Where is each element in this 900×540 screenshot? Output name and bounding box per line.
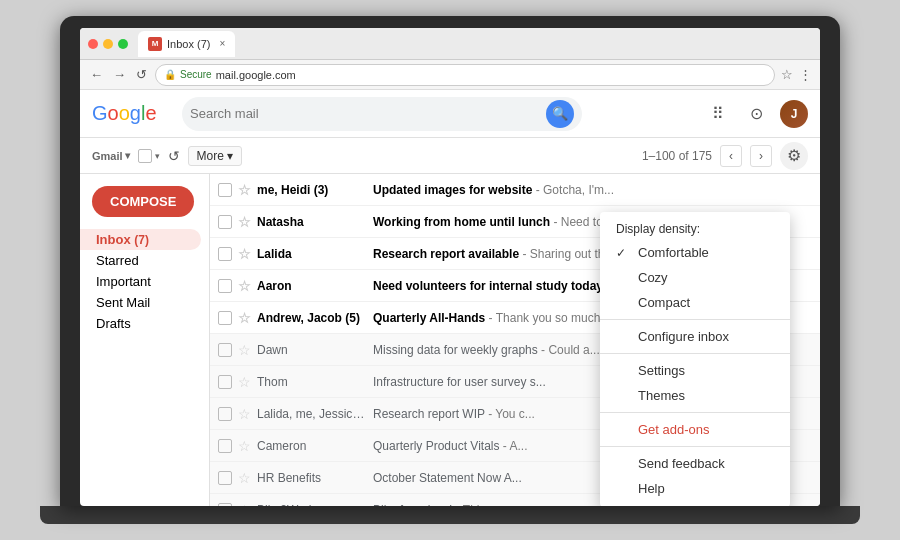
sidebar-item-starred[interactable]: Starred bbox=[80, 250, 201, 271]
email-sender: Cameron bbox=[257, 439, 367, 453]
settings-label: Settings bbox=[638, 363, 685, 378]
gmail-label-text: Gmail bbox=[92, 150, 123, 162]
email-checkbox[interactable] bbox=[218, 503, 232, 507]
star-icon[interactable]: ☆ bbox=[238, 182, 251, 198]
email-checkbox[interactable] bbox=[218, 279, 232, 293]
email-checkbox[interactable] bbox=[218, 375, 232, 389]
star-icon[interactable]: ☆ bbox=[238, 310, 251, 326]
laptop-base bbox=[40, 506, 860, 524]
email-checkbox[interactable] bbox=[218, 471, 232, 485]
get-addons-item[interactable]: Get add-ons bbox=[600, 417, 790, 442]
email-checkbox[interactable] bbox=[218, 439, 232, 453]
sidebar-item-important-label: Important bbox=[96, 274, 151, 289]
gmail-label-arrow[interactable]: ▾ bbox=[125, 150, 130, 161]
laptop-shell: M Inbox (7) × ← → ↺ 🔒 Secure mail.google… bbox=[60, 16, 840, 506]
density-compact[interactable]: Compact bbox=[600, 290, 790, 315]
search-button[interactable]: 🔍 bbox=[546, 100, 574, 128]
pagination-text: 1–100 of 175 bbox=[642, 149, 712, 163]
star-icon[interactable]: ☆ bbox=[238, 502, 251, 507]
density-cozy[interactable]: Cozy bbox=[600, 265, 790, 290]
tab-favicon: M bbox=[148, 37, 162, 51]
select-all-checkbox[interactable] bbox=[138, 149, 152, 163]
sidebar-item-drafts[interactable]: Drafts bbox=[80, 313, 201, 334]
close-button[interactable] bbox=[88, 39, 98, 49]
settings-item[interactable]: Settings bbox=[600, 358, 790, 383]
density-cozy-label: Cozy bbox=[638, 270, 668, 285]
select-all-area[interactable]: ▾ bbox=[138, 149, 160, 163]
url-text: mail.google.com bbox=[216, 69, 296, 81]
refresh-button[interactable]: ↺ bbox=[168, 148, 180, 164]
email-checkbox[interactable] bbox=[218, 407, 232, 421]
email-snippet: - Thank you so much... bbox=[489, 311, 611, 325]
email-checkbox[interactable] bbox=[218, 215, 232, 229]
logo-o2: o bbox=[119, 102, 130, 125]
email-snippet: - Gotcha, I'm... bbox=[536, 183, 614, 197]
logo-o1: o bbox=[108, 102, 119, 125]
reload-button[interactable]: ↺ bbox=[134, 65, 149, 84]
star-icon[interactable]: ☆ bbox=[238, 406, 251, 422]
sidebar-item-inbox[interactable]: Inbox (7) bbox=[80, 229, 201, 250]
account-circle-icon[interactable]: ⊙ bbox=[742, 100, 770, 128]
tab-close-button[interactable]: × bbox=[219, 38, 225, 49]
more-button[interactable]: More ▾ bbox=[188, 146, 243, 166]
forward-button[interactable]: → bbox=[111, 65, 128, 84]
search-bar[interactable]: 🔍 bbox=[182, 97, 582, 131]
star-icon[interactable]: ☆ bbox=[238, 246, 251, 262]
star-icon[interactable]: ☆ bbox=[238, 470, 251, 486]
maximize-button[interactable] bbox=[118, 39, 128, 49]
star-icon[interactable]: ☆ bbox=[238, 214, 251, 230]
search-input[interactable] bbox=[190, 106, 546, 121]
logo-g2: g bbox=[130, 102, 141, 125]
prev-page-button[interactable]: ‹ bbox=[720, 145, 742, 167]
themes-item[interactable]: Themes bbox=[600, 383, 790, 408]
gmail-container: G o o g l e 🔍 ⠿ ⊙ J bbox=[80, 90, 820, 506]
dropdown-divider-2 bbox=[600, 353, 790, 354]
next-page-button[interactable]: › bbox=[750, 145, 772, 167]
gmail-main: COMPOSE Inbox (7) Starred Important Sent… bbox=[80, 174, 820, 506]
email-checkbox[interactable] bbox=[218, 247, 232, 261]
send-feedback-item[interactable]: Send feedback bbox=[600, 451, 790, 476]
google-logo: G o o g l e bbox=[92, 102, 172, 125]
star-icon[interactable]: ☆ bbox=[238, 374, 251, 390]
back-button[interactable]: ← bbox=[88, 65, 105, 84]
menu-icon[interactable]: ⋮ bbox=[799, 67, 812, 82]
apps-icon[interactable]: ⠿ bbox=[704, 100, 732, 128]
star-icon[interactable]: ☆ bbox=[238, 342, 251, 358]
email-checkbox[interactable] bbox=[218, 183, 232, 197]
email-snippet: - This mo... bbox=[456, 503, 516, 507]
star-icon[interactable]: ☆ bbox=[238, 438, 251, 454]
email-sender: Lalida bbox=[257, 247, 367, 261]
header-icons: ⠿ ⊙ J bbox=[704, 100, 808, 128]
compose-button[interactable]: COMPOSE bbox=[92, 186, 194, 217]
email-checkbox[interactable] bbox=[218, 311, 232, 325]
email-row[interactable]: ☆ me, Heidi (3) Updated images for websi… bbox=[210, 174, 820, 206]
email-sender: Thom bbox=[257, 375, 367, 389]
density-comfortable-label: Comfortable bbox=[638, 245, 709, 260]
email-subject: Updated images for website - Gotcha, I'm… bbox=[373, 183, 766, 197]
traffic-lights bbox=[88, 39, 128, 49]
sidebar-item-sent[interactable]: Sent Mail bbox=[80, 292, 201, 313]
density-comfortable[interactable]: ✓ Comfortable bbox=[600, 240, 790, 265]
help-item[interactable]: Help bbox=[600, 476, 790, 501]
get-addons-label: Get add-ons bbox=[638, 422, 710, 437]
email-checkbox[interactable] bbox=[218, 343, 232, 357]
check-icon: ✓ bbox=[616, 246, 630, 260]
sidebar-item-important[interactable]: Important bbox=[80, 271, 201, 292]
bookmark-icon[interactable]: ☆ bbox=[781, 67, 793, 82]
gmail-sidebar: COMPOSE Inbox (7) Starred Important Sent… bbox=[80, 174, 210, 506]
configure-inbox-item[interactable]: Configure inbox bbox=[600, 324, 790, 349]
email-sender: Aaron bbox=[257, 279, 367, 293]
address-bar[interactable]: 🔒 Secure mail.google.com bbox=[155, 64, 775, 86]
star-icon[interactable]: ☆ bbox=[238, 278, 251, 294]
email-snippet: - A... bbox=[503, 439, 528, 453]
settings-gear-button[interactable]: ⚙ bbox=[780, 142, 808, 170]
browser-tab[interactable]: M Inbox (7) × bbox=[138, 31, 235, 57]
browser-toolbar: ← → ↺ 🔒 Secure mail.google.com ☆ ⋮ bbox=[80, 60, 820, 90]
email-sender: Andrew, Jacob (5) bbox=[257, 311, 367, 325]
minimize-button[interactable] bbox=[103, 39, 113, 49]
send-feedback-label: Send feedback bbox=[638, 456, 725, 471]
avatar[interactable]: J bbox=[780, 100, 808, 128]
help-label: Help bbox=[638, 481, 665, 496]
settings-dropdown: Display density: ✓ Comfortable Cozy bbox=[600, 212, 790, 506]
select-dropdown-arrow[interactable]: ▾ bbox=[155, 151, 160, 161]
